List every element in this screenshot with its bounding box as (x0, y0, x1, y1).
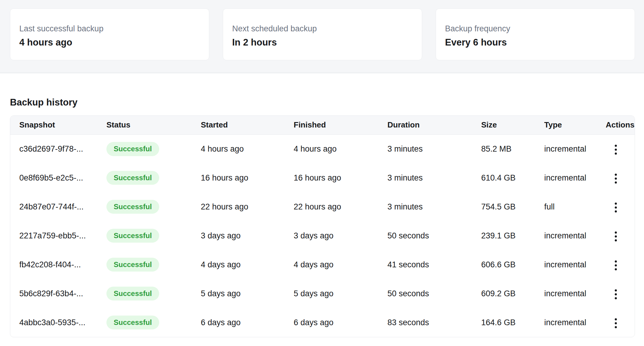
column-header-started: Started (192, 116, 285, 134)
duration-cell: 3 minutes (378, 163, 472, 192)
status-cell: Successful (97, 308, 192, 337)
size-cell: 610.4 GB (472, 163, 535, 192)
card-label: Last successful backup (19, 24, 200, 34)
card-label: Backup frequency (445, 24, 626, 34)
status-cell: Successful (97, 163, 192, 192)
type-cell: incremental (535, 279, 597, 308)
card-value: 4 hours ago (19, 37, 200, 48)
summary-card-last-backup: Last successful backup 4 hours ago (10, 8, 209, 60)
type-cell: incremental (535, 134, 597, 163)
duration-cell: 3 minutes (378, 134, 472, 163)
actions-cell (597, 279, 635, 308)
table-row: 5b6c829f-63b4-... Successful 5 days ago … (10, 279, 635, 308)
actions-cell (597, 134, 635, 163)
size-cell: 164.6 GB (472, 308, 535, 337)
snapshot-cell: c36d2697-9f78-... (10, 134, 97, 163)
finished-cell: 3 days ago (285, 221, 378, 250)
status-cell: Successful (97, 192, 192, 221)
finished-cell: 4 hours ago (285, 134, 378, 163)
row-actions-button[interactable] (610, 286, 622, 303)
row-actions-button[interactable] (610, 141, 622, 158)
backup-history-table: Snapshot Status Started Finished Duratio… (10, 116, 635, 337)
snapshot-cell: 4abbc3a0-5935-... (10, 308, 97, 337)
table-row: fb42c208-f404-... Successful 4 days ago … (10, 250, 635, 279)
finished-cell: 4 days ago (285, 250, 378, 279)
kebab-icon (615, 289, 617, 299)
size-cell: 85.2 MB (472, 134, 535, 163)
row-actions-button[interactable] (610, 228, 622, 245)
started-cell: 4 days ago (192, 250, 285, 279)
snapshot-cell: 24b87e07-744f-... (10, 192, 97, 221)
actions-cell (597, 192, 635, 221)
started-cell: 4 hours ago (192, 134, 285, 163)
column-header-size: Size (472, 116, 535, 134)
column-header-type: Type (535, 116, 597, 134)
duration-cell: 50 seconds (378, 279, 472, 308)
status-badge: Successful (106, 316, 159, 329)
backup-history-section: Backup history Snapshot Status Started F… (0, 97, 644, 337)
snapshot-cell: 5b6c829f-63b4-... (10, 279, 97, 308)
kebab-icon (615, 231, 617, 241)
status-badge: Successful (106, 258, 159, 272)
card-value: Every 6 hours (445, 37, 626, 48)
duration-cell: 50 seconds (378, 221, 472, 250)
table-header-row: Snapshot Status Started Finished Duratio… (10, 116, 635, 134)
size-cell: 609.2 GB (472, 279, 535, 308)
summary-cards-row: Last successful backup 4 hours ago Next … (10, 8, 635, 60)
type-cell: full (535, 192, 597, 221)
row-actions-button[interactable] (610, 315, 622, 332)
table-row: 2217a759-ebb5-... Successful 3 days ago … (10, 221, 635, 250)
row-actions-button[interactable] (610, 170, 622, 187)
row-actions-button[interactable] (610, 257, 622, 274)
summary-section: Last successful backup 4 hours ago Next … (0, 0, 644, 73)
kebab-icon (615, 318, 617, 328)
kebab-icon (615, 174, 617, 184)
snapshot-cell: 0e8f69b5-e2c5-... (10, 163, 97, 192)
status-badge: Successful (106, 229, 159, 243)
snapshot-cell: 2217a759-ebb5-... (10, 221, 97, 250)
type-cell: incremental (535, 308, 597, 337)
status-badge: Successful (106, 200, 159, 214)
size-cell: 754.5 GB (472, 192, 535, 221)
size-cell: 606.6 GB (472, 250, 535, 279)
section-title: Backup history (10, 97, 635, 108)
finished-cell: 6 days ago (285, 308, 378, 337)
started-cell: 6 days ago (192, 308, 285, 337)
status-badge: Successful (106, 142, 159, 156)
status-badge: Successful (106, 287, 159, 300)
snapshot-cell: fb42c208-f404-... (10, 250, 97, 279)
duration-cell: 3 minutes (378, 192, 472, 221)
duration-cell: 41 seconds (378, 250, 472, 279)
row-actions-button[interactable] (610, 199, 622, 216)
kebab-icon (615, 260, 617, 270)
table-row: 24b87e07-744f-... Successful 22 hours ag… (10, 192, 635, 221)
status-cell: Successful (97, 221, 192, 250)
status-badge: Successful (106, 171, 159, 185)
started-cell: 22 hours ago (192, 192, 285, 221)
actions-cell (597, 221, 635, 250)
actions-cell (597, 308, 635, 337)
finished-cell: 22 hours ago (285, 192, 378, 221)
card-value: In 2 hours (232, 37, 413, 48)
status-cell: Successful (97, 134, 192, 163)
size-cell: 239.1 GB (472, 221, 535, 250)
kebab-icon (615, 145, 617, 155)
status-cell: Successful (97, 279, 192, 308)
column-header-finished: Finished (285, 116, 378, 134)
backup-history-table-container: Snapshot Status Started Finished Duratio… (10, 115, 635, 337)
started-cell: 16 hours ago (192, 163, 285, 192)
column-header-snapshot: Snapshot (10, 116, 97, 134)
summary-card-next-backup: Next scheduled backup In 2 hours (223, 8, 422, 60)
card-label: Next scheduled backup (232, 24, 413, 34)
table-row: c36d2697-9f78-... Successful 4 hours ago… (10, 134, 635, 163)
kebab-icon (615, 203, 617, 212)
type-cell: incremental (535, 163, 597, 192)
table-row: 4abbc3a0-5935-... Successful 6 days ago … (10, 308, 635, 337)
started-cell: 5 days ago (192, 279, 285, 308)
column-header-status: Status (97, 116, 192, 134)
type-cell: incremental (535, 250, 597, 279)
finished-cell: 16 hours ago (285, 163, 378, 192)
column-header-actions: Actions (597, 116, 635, 134)
summary-card-backup-frequency: Backup frequency Every 6 hours (436, 8, 635, 60)
status-cell: Successful (97, 250, 192, 279)
